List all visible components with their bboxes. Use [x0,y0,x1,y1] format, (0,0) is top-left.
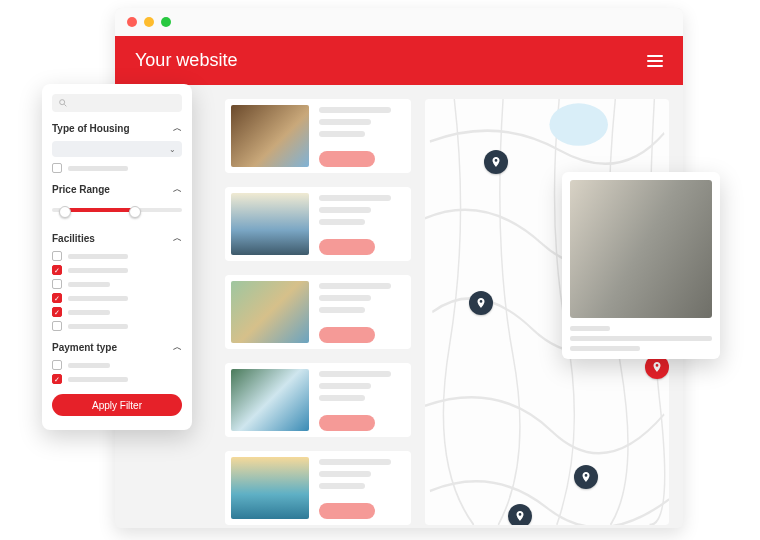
listing-title-placeholder [319,371,391,377]
filter-section-price: Price Range ︿ [52,183,182,222]
listing-line-placeholder [319,395,365,401]
option-label-placeholder [68,310,110,315]
listings-column [225,99,411,525]
section-header[interactable]: Facilities ︿ [52,232,182,245]
section-title: Type of Housing [52,123,130,134]
filter-option[interactable] [52,360,182,370]
search-icon [58,98,68,108]
chevron-down-icon: ⌄ [169,145,176,154]
slider-handle-min[interactable] [59,206,71,218]
checkbox[interactable] [52,374,62,384]
property-popup-card[interactable] [562,172,720,359]
filter-section-facilities: Facilities ︿ [52,232,182,331]
svg-point-1 [60,100,65,105]
listing-line-placeholder [319,207,371,213]
listing-line-placeholder [319,295,371,301]
listing-title-placeholder [319,459,391,465]
listing-line-placeholder [319,119,371,125]
section-title: Price Range [52,184,110,195]
section-title: Payment type [52,342,117,353]
listing-card[interactable] [225,275,411,349]
listing-body [319,281,405,343]
filter-section-payment: Payment type ︿ [52,341,182,384]
window-titlebar [115,8,683,36]
filter-option[interactable] [52,163,182,173]
property-popup-meta [570,326,712,351]
listing-thumbnail [231,193,309,255]
search-input[interactable] [52,94,182,112]
filter-option[interactable] [52,374,182,384]
housing-dropdown[interactable]: ⌄ [52,141,182,157]
listing-card[interactable] [225,451,411,525]
listing-card[interactable] [225,363,411,437]
filter-option[interactable] [52,293,182,303]
map-pin[interactable] [469,291,493,315]
option-label-placeholder [68,324,128,329]
window-close-dot[interactable] [127,17,137,27]
filter-section-housing: Type of Housing ︿ ⌄ [52,122,182,173]
chevron-up-icon: ︿ [173,122,182,135]
apply-filter-button[interactable]: Apply Filter [52,394,182,416]
listing-body [319,105,405,167]
option-label-placeholder [68,254,128,259]
listing-body [319,369,405,431]
filter-option[interactable] [52,321,182,331]
option-label-placeholder [68,282,110,287]
section-header[interactable]: Payment type ︿ [52,341,182,354]
listing-price-badge [319,239,375,255]
filter-option[interactable] [52,307,182,317]
chevron-up-icon: ︿ [173,232,182,245]
window-minimize-dot[interactable] [144,17,154,27]
listing-thumbnail [231,457,309,519]
listing-title-placeholder [319,195,391,201]
listing-title-placeholder [319,107,391,113]
site-title: Your website [135,50,237,71]
listing-line-placeholder [319,483,365,489]
section-header[interactable]: Type of Housing ︿ [52,122,182,135]
option-label-placeholder [68,296,128,301]
checkbox[interactable] [52,265,62,275]
listing-price-badge [319,327,375,343]
checkbox[interactable] [52,293,62,303]
svg-point-0 [549,103,608,146]
slider-handle-max[interactable] [129,206,141,218]
option-label-placeholder [68,363,110,368]
listing-body [319,457,405,519]
option-label-placeholder [68,268,128,273]
property-popup-image [570,180,712,318]
chevron-up-icon: ︿ [173,183,182,196]
map-pin[interactable] [508,504,532,525]
meta-line-placeholder [570,326,610,331]
checkbox[interactable] [52,279,62,289]
listing-title-placeholder [319,283,391,289]
listing-price-badge [319,503,375,519]
filter-option[interactable] [52,265,182,275]
listing-thumbnail [231,281,309,343]
listing-line-placeholder [319,131,365,137]
checkbox[interactable] [52,321,62,331]
checkbox[interactable] [52,307,62,317]
listing-card[interactable] [225,187,411,261]
window-maximize-dot[interactable] [161,17,171,27]
option-label-placeholder [68,377,128,382]
chevron-up-icon: ︿ [173,341,182,354]
listing-line-placeholder [319,383,371,389]
meta-line-placeholder [570,346,640,351]
menu-icon[interactable] [647,55,663,67]
checkbox[interactable] [52,251,62,261]
listing-price-badge [319,151,375,167]
map-pin[interactable] [484,150,508,174]
listing-card[interactable] [225,99,411,173]
checkbox[interactable] [52,360,62,370]
filter-option[interactable] [52,251,182,261]
section-header[interactable]: Price Range ︿ [52,183,182,196]
checkbox[interactable] [52,163,62,173]
listing-thumbnail [231,105,309,167]
svg-line-2 [64,104,66,106]
filter-option[interactable] [52,279,182,289]
listing-line-placeholder [319,219,365,225]
section-title: Facilities [52,233,95,244]
price-slider[interactable] [52,202,182,222]
listing-line-placeholder [319,471,371,477]
listing-body [319,193,405,255]
